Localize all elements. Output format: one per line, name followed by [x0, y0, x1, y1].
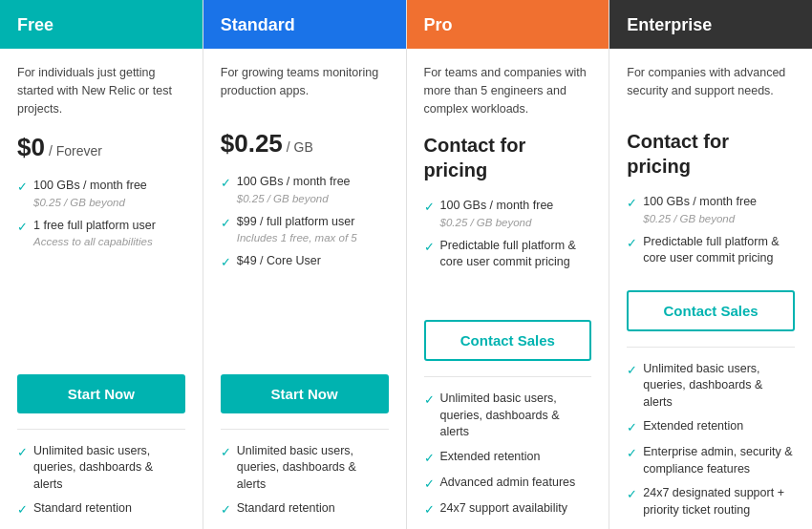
- divider: [424, 376, 592, 377]
- plan-free-header: Free: [0, 0, 203, 49]
- check-icon: ✓: [627, 235, 637, 252]
- plan-standard-body: For growing teams monitoring production …: [203, 49, 406, 529]
- bottom-feature-item: ✓Enterprise admin, security & compliance…: [627, 444, 795, 477]
- plan-pro-price: Contact for pricing: [424, 133, 592, 182]
- plan-pro-features: ✓100 GBs / month free$0.25 / GB beyond✓P…: [424, 198, 592, 305]
- check-icon: ✓: [627, 445, 637, 462]
- feature-sub: $0.25 / GB beyond: [237, 191, 351, 206]
- check-icon: ✓: [424, 476, 435, 493]
- feature-item: ✓100 GBs / month free$0.25 / GB beyond: [221, 174, 389, 206]
- bottom-feature-item: ✓24x7 designated support + priority tick…: [627, 485, 795, 518]
- check-icon: ✓: [424, 501, 435, 518]
- plan-standard-description: For growing teams monitoring production …: [221, 64, 389, 114]
- bottom-feature-item: ✓Unlimited basic users, queries, dashboa…: [221, 443, 389, 494]
- check-icon: ✓: [424, 239, 435, 256]
- check-icon: ✓: [221, 215, 231, 232]
- price-amount: $0: [17, 133, 45, 161]
- feature-item: ✓Predictable full platform & core user c…: [424, 238, 592, 271]
- feature-sub: $0.25 / GB beyond: [33, 195, 147, 210]
- bottom-feature-text: Enterprise admin, security & compliance …: [643, 444, 795, 477]
- plan-enterprise-price: Contact for pricing: [627, 129, 795, 179]
- plan-standard-price: $0.25/ GB: [221, 129, 389, 159]
- divider: [17, 429, 185, 430]
- price-unit: / GB: [287, 139, 313, 155]
- feature-text: 100 GBs / month free$0.25 / GB beyond: [440, 198, 554, 230]
- feature-item: ✓100 GBs / month free$0.25 / GB beyond: [17, 178, 185, 210]
- feature-sub: Access to all capabilities: [33, 234, 156, 249]
- feature-item: ✓1 free full platform userAccess to all …: [17, 218, 185, 250]
- bottom-feature-text: Extended retention: [643, 418, 743, 435]
- bottom-feature-text: 24x7 support availability: [440, 500, 567, 518]
- feature-text: $99 / full platform userIncludes 1 free,…: [237, 214, 357, 246]
- plan-enterprise-features: ✓100 GBs / month free$0.25 / GB beyond✓P…: [627, 194, 795, 275]
- bottom-feature-text: Advanced admin features: [440, 475, 576, 492]
- price-amount: $0.25: [221, 129, 283, 158]
- bottom-feature-item: ✓Standard retention: [221, 500, 389, 518]
- bottom-feature-text: Unlimited basic users, queries, dashboar…: [643, 361, 795, 412]
- plan-pro-description: For teams and companies with more than 5…: [424, 64, 592, 117]
- check-icon: ✓: [17, 444, 28, 461]
- bottom-feature-item: ✓Unlimited basic users, queries, dashboa…: [17, 443, 185, 494]
- feature-item: ✓100 GBs / month free$0.25 / GB beyond: [627, 194, 795, 226]
- feature-text: 100 GBs / month free$0.25 / GB beyond: [33, 178, 147, 210]
- feature-text: Predictable full platform & core user co…: [643, 234, 795, 267]
- feature-text: 100 GBs / month free$0.25 / GB beyond: [643, 194, 757, 226]
- bottom-feature-text: Extended retention: [440, 449, 541, 466]
- plan-enterprise: EnterpriseFor companies with advanced se…: [609, 0, 812, 529]
- plan-enterprise-cta-button[interactable]: Contact Sales: [627, 290, 795, 331]
- plan-pro-header: Pro: [407, 0, 609, 49]
- feature-text: 100 GBs / month free$0.25 / GB beyond: [237, 174, 351, 206]
- plan-free-body: For individuals just getting started wit…: [0, 49, 203, 529]
- plan-enterprise-description: For companies with advanced security and…: [627, 64, 795, 114]
- check-icon: ✓: [627, 362, 637, 379]
- feature-item: ✓$99 / full platform userIncludes 1 free…: [221, 214, 389, 246]
- check-icon: ✓: [627, 195, 637, 212]
- plan-pro-cta-button[interactable]: Contact Sales: [424, 320, 592, 361]
- divider: [221, 429, 389, 430]
- bottom-feature-item: ✓24x7 support availability: [424, 500, 592, 518]
- bottom-feature-text: Unlimited basic users, queries, dashboar…: [440, 391, 592, 441]
- feature-item: ✓100 GBs / month free$0.25 / GB beyond: [424, 198, 592, 230]
- feature-sub: $0.25 / GB beyond: [643, 211, 757, 226]
- plan-enterprise-body: For companies with advanced security and…: [609, 49, 812, 529]
- check-icon: ✓: [17, 179, 28, 196]
- bottom-feature-item: ✓Standard retention: [17, 500, 185, 518]
- price-label: Contact for pricing: [424, 135, 526, 180]
- plan-free-cta-button[interactable]: Start Now: [17, 374, 185, 413]
- plan-pro: ProFor teams and companies with more tha…: [407, 0, 610, 529]
- check-icon: ✓: [221, 254, 231, 271]
- feature-text: Predictable full platform & core user co…: [440, 238, 592, 271]
- plan-free-price: $0/ Forever: [17, 133, 185, 162]
- feature-sub: Includes 1 free, max of 5: [237, 230, 357, 245]
- plan-standard: StandardFor growing teams monitoring pro…: [203, 0, 407, 529]
- plan-free-description: For individuals just getting started wit…: [17, 64, 185, 117]
- plan-standard-cta-button[interactable]: Start Now: [221, 374, 389, 413]
- check-icon: ✓: [424, 450, 435, 467]
- price-label: Contact for pricing: [627, 131, 729, 177]
- plan-pro-bottom-features: ✓Unlimited basic users, queries, dashboa…: [424, 391, 592, 526]
- check-icon: ✓: [627, 486, 637, 503]
- bottom-feature-text: 24x7 designated support + priority ticke…: [643, 485, 795, 518]
- check-icon: ✓: [221, 444, 231, 461]
- feature-item: ✓$49 / Core User: [221, 253, 389, 271]
- check-icon: ✓: [221, 501, 231, 518]
- check-icon: ✓: [424, 199, 435, 216]
- plan-standard-features: ✓100 GBs / month free$0.25 / GB beyond✓$…: [221, 174, 389, 359]
- plan-enterprise-bottom-features: ✓Unlimited basic users, queries, dashboa…: [627, 361, 795, 527]
- feature-text: 1 free full platform userAccess to all c…: [33, 218, 156, 250]
- check-icon: ✓: [17, 219, 28, 236]
- plan-enterprise-header: Enterprise: [609, 0, 812, 49]
- bottom-feature-text: Standard retention: [237, 500, 335, 518]
- bottom-feature-text: Unlimited basic users, queries, dashboar…: [33, 443, 185, 494]
- divider: [627, 347, 795, 348]
- feature-sub: $0.25 / GB beyond: [440, 215, 554, 230]
- feature-text: $49 / Core User: [237, 253, 321, 270]
- bottom-feature-item: ✓Extended retention: [424, 449, 592, 467]
- bottom-feature-item: ✓Extended retention: [627, 418, 795, 436]
- check-icon: ✓: [424, 391, 435, 409]
- plan-pro-body: For teams and companies with more than 5…: [407, 49, 609, 529]
- bottom-feature-item: ✓Unlimited basic users, queries, dashboa…: [627, 361, 795, 412]
- bottom-feature-item: ✓Advanced admin features: [424, 475, 592, 493]
- price-unit: / Forever: [49, 143, 102, 159]
- plan-standard-header: Standard: [203, 0, 406, 49]
